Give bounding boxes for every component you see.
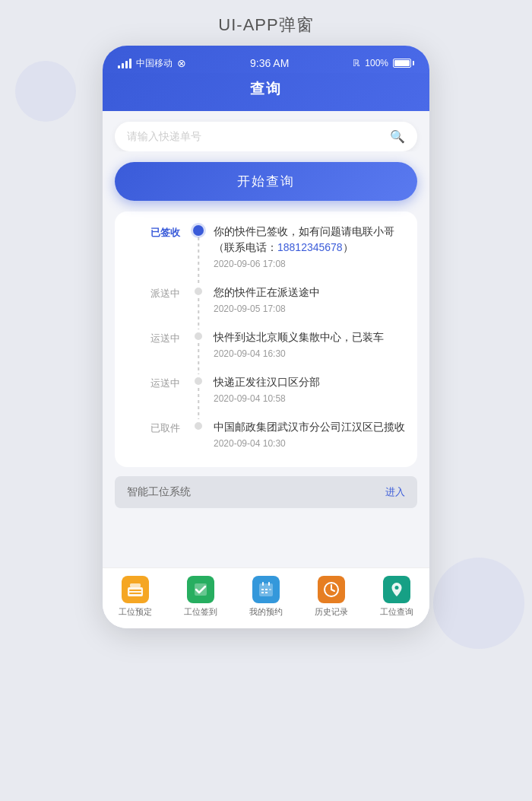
phone-frame: 中国移动 ⊗ 9:36 AM ℝ 100% 查询 (103, 46, 429, 628)
timeline-dot-1 (195, 288, 202, 295)
timeline-line-3 (198, 388, 199, 419)
timeline-dot-3 (195, 377, 202, 385)
workstation-checkin-icon (187, 576, 214, 603)
carrier-text: 中国移动 (136, 57, 173, 70)
svg-line-15 (331, 590, 334, 591)
nav-item-0[interactable]: 工位预定 (119, 576, 152, 618)
status-bar: 中国移动 ⊗ 9:36 AM ℝ 100% (103, 46, 429, 73)
timeline-status-2: 运送中 (150, 332, 180, 344)
page-background: UI-APP弹窗 中国移动 ⊗ 9:36 AM ℝ 100% (0, 0, 532, 801)
history-icon (318, 576, 345, 603)
bottom-banner: 智能工位系统 进入 (115, 476, 417, 508)
timeline: 已签收 你的快件已签收，如有问题请电联小哥（联系电话：18812345678） … (115, 224, 417, 455)
nav-item-3[interactable]: 历史记录 (315, 576, 348, 618)
search-placeholder: 请输入快递单号 (127, 130, 201, 144)
timeline-time-1: 2020-09-05 17:08 (214, 304, 405, 314)
timeline-item-0: 已签收 你的快件已签收，如有问题请电联小哥（联系电话：18812345678） … (130, 224, 417, 284)
timeline-left-2: 运送中 (130, 329, 191, 359)
timeline-status-1: 派送中 (150, 288, 180, 299)
timeline-item-4: 已取件 中国邮政集团武汉市分公司江汉区已揽收 2020-09-04 10:30 (130, 419, 417, 455)
nav-bar: 查询 (103, 73, 429, 111)
nav-label-0: 工位预定 (119, 606, 152, 618)
battery-tip (413, 61, 414, 65)
signal-bar-2 (122, 63, 124, 68)
main-content: 请输入快递单号 🔍 开始查询 已签收 (103, 111, 429, 567)
signal-bar-1 (118, 65, 120, 68)
bottom-nav: 工位预定 工位签到 (103, 567, 429, 628)
result-card: 已签收 你的快件已签收，如有问题请电联小哥（联系电话：18812345678） … (115, 211, 417, 467)
timeline-item-3: 运送中 快递正发往汉口区分部 2020-09-04 10:58 (130, 374, 417, 419)
nav-label-3: 历史记录 (315, 606, 348, 618)
timeline-right-0: 你的快件已签收，如有问题请电联小哥（联系电话：18812345678） 2020… (206, 224, 405, 269)
svg-rect-9 (265, 589, 268, 590)
status-right: ℝ 100% (353, 58, 414, 68)
deco-circle-2 (433, 558, 524, 649)
banner-link[interactable]: 进入 (385, 485, 405, 499)
timeline-status-3: 运送中 (150, 377, 180, 389)
query-button[interactable]: 开始查询 (115, 162, 417, 201)
wifi-icon: ⊗ (177, 57, 186, 69)
nav-item-2[interactable]: 我的预约 (249, 576, 283, 618)
battery-fill (394, 60, 410, 66)
timeline-center-1 (191, 284, 206, 314)
workstation-booking-icon (122, 576, 149, 603)
svg-rect-10 (269, 589, 271, 590)
timeline-status-4: 已取件 (150, 422, 180, 434)
svg-rect-2 (129, 593, 141, 594)
signal-bar-3 (125, 61, 128, 68)
timeline-desc-3: 快递正发往汉口区分部 (214, 374, 405, 390)
timeline-item-1: 派送中 您的快件正在派送途中 2020-09-05 17:08 (130, 284, 417, 329)
svg-rect-7 (268, 582, 270, 586)
timeline-line-2 (198, 343, 199, 374)
search-icon[interactable]: 🔍 (390, 129, 405, 144)
search-area: 请输入快递单号 🔍 (103, 111, 429, 151)
timeline-line-1 (198, 298, 199, 329)
timeline-left-4: 已取件 (130, 419, 191, 449)
signal-bar-4 (129, 59, 131, 68)
timeline-left-1: 派送中 (130, 284, 191, 314)
my-reservation-icon (252, 576, 280, 603)
timeline-time-0: 2020-09-06 17:08 (214, 259, 405, 269)
banner-text: 智能工位系统 (127, 485, 191, 499)
svg-rect-11 (261, 592, 264, 593)
svg-rect-3 (130, 583, 141, 587)
timeline-line-0 (198, 237, 199, 284)
workstation-query-icon (383, 576, 410, 603)
svg-rect-12 (265, 592, 268, 593)
timeline-right-1: 您的快件正在派送途中 2020-09-05 17:08 (206, 284, 405, 314)
timeline-desc-0: 你的快件已签收，如有问题请电联小哥（联系电话：18812345678） (214, 224, 405, 256)
nav-label-4: 工位查询 (380, 606, 413, 618)
page-title: UI-APP弹窗 (218, 15, 313, 34)
page-title-area: UI-APP弹窗 (0, 0, 532, 46)
timeline-dot-0 (193, 225, 204, 236)
svg-rect-0 (128, 587, 143, 596)
svg-point-16 (395, 586, 399, 590)
status-time: 9:36 AM (250, 57, 289, 69)
phone-number[interactable]: 18812345678 (277, 241, 343, 253)
timeline-center-3 (191, 374, 206, 404)
nav-item-4[interactable]: 工位查询 (380, 576, 413, 618)
timeline-right-4: 中国邮政集团武汉市分公司江汉区已揽收 2020-09-04 10:30 (206, 419, 405, 449)
timeline-right-2: 快件到达北京顺义集散中心，已装车 2020-09-04 16:30 (206, 329, 405, 359)
status-left: 中国移动 ⊗ (118, 57, 186, 70)
timeline-center-4 (191, 419, 206, 449)
nav-title: 查询 (250, 81, 282, 97)
timeline-left-3: 运送中 (130, 374, 191, 404)
timeline-time-3: 2020-09-04 10:58 (214, 393, 405, 404)
bluetooth-icon: ℝ (353, 58, 360, 68)
battery-body (393, 59, 411, 68)
timeline-center-0 (191, 224, 206, 269)
svg-rect-6 (262, 582, 264, 586)
signal-bars-icon (118, 58, 131, 68)
battery-percent: 100% (365, 58, 388, 68)
nav-item-1[interactable]: 工位签到 (184, 576, 217, 618)
nav-label-2: 我的预约 (249, 606, 283, 618)
timeline-item-2: 运送中 快件到达北京顺义集散中心，已装车 2020-09-04 16:30 (130, 329, 417, 374)
timeline-right-3: 快递正发往汉口区分部 2020-09-04 10:58 (206, 374, 405, 404)
timeline-desc-4: 中国邮政集团武汉市分公司江汉区已揽收 (214, 419, 405, 435)
search-bar[interactable]: 请输入快递单号 🔍 (115, 122, 417, 151)
svg-rect-1 (129, 590, 141, 591)
timeline-center-2 (191, 329, 206, 359)
battery-icon (393, 59, 414, 68)
timeline-desc-1: 您的快件正在派送途中 (214, 284, 405, 300)
